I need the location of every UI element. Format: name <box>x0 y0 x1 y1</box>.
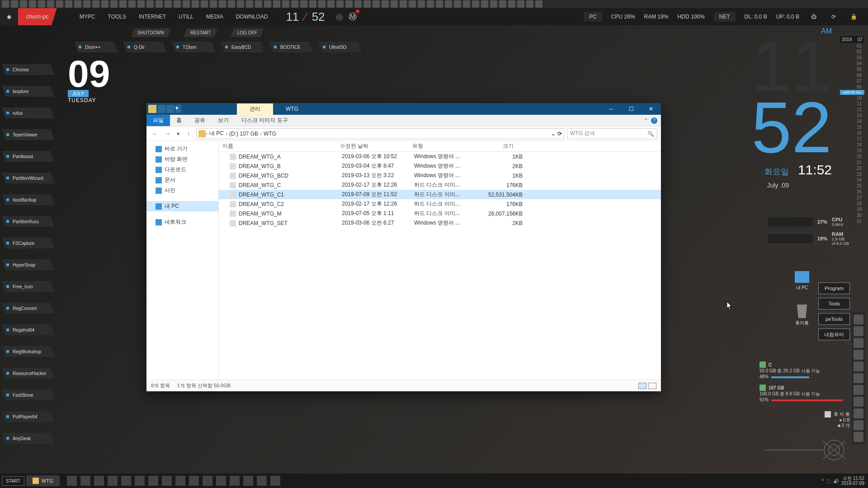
quicklaunch-icon[interactable] <box>101 0 108 8</box>
cal-day[interactable]: 12 <box>840 107 864 113</box>
pinned-app-icon[interactable] <box>270 476 280 486</box>
quicklaunch-icon[interactable] <box>472 0 479 8</box>
shortcut-Tools[interactable]: Tools <box>818 298 850 310</box>
ribbon-home[interactable]: 홈 <box>170 115 188 126</box>
appbar-icon[interactable] <box>854 338 863 348</box>
launcher-anydesk[interactable]: AnyDesk <box>2 433 54 444</box>
pinned-app-icon[interactable] <box>94 476 104 486</box>
pinned-app-icon[interactable] <box>216 476 226 486</box>
history-dropdown[interactable]: ▾ <box>175 129 181 139</box>
crumb-this-pc[interactable]: 내 PC <box>208 130 226 137</box>
quicklaunch-icon[interactable] <box>463 0 470 8</box>
cal-day[interactable]: 02 <box>840 49 864 55</box>
cal-day[interactable]: 06 <box>840 72 864 78</box>
quicklaunch-icon[interactable] <box>210 0 217 8</box>
tree-node[interactable]: 문서 <box>146 175 218 185</box>
cal-day[interactable]: 22 <box>840 165 864 171</box>
tray-chevron-icon[interactable]: ^ <box>821 479 824 483</box>
qat-dropdown-icon[interactable]: ▾ <box>175 105 181 113</box>
qat-icon[interactable] <box>157 105 165 113</box>
launcher-partassist[interactable]: PartAssist <box>2 151 54 162</box>
ribbon-view[interactable]: 보기 <box>212 115 235 126</box>
appbar-icon[interactable] <box>854 361 863 371</box>
quicklaunch-icon[interactable] <box>382 0 389 8</box>
pinned-app-icon[interactable] <box>148 476 158 486</box>
quicklaunch-icon[interactable] <box>391 0 398 8</box>
quicklaunch-icon[interactable] <box>110 0 118 8</box>
launcher-resourcehacker[interactable]: ResourceHacker <box>2 368 54 379</box>
menu-internet[interactable]: INTERNET <box>139 14 166 20</box>
tray-clock[interactable]: 오전 11:52 2019-07-09 <box>841 476 864 486</box>
cal-day[interactable]: 14 <box>840 118 864 124</box>
quicklaunch-icon[interactable] <box>92 0 99 8</box>
appbar-icon[interactable] <box>854 314 863 324</box>
lock-icon[interactable]: 🔒 <box>848 11 859 22</box>
launcher-partitionwizard[interactable]: PartitionWizard <box>2 173 54 183</box>
menu-download[interactable]: DOWNLOAD <box>236 14 268 20</box>
shortcut-Program[interactable]: Program <box>818 282 850 294</box>
launcher-fscapture[interactable]: FSCapture <box>2 238 54 249</box>
quicklaunch-icon[interactable] <box>201 0 208 8</box>
quicklaunch-icon[interactable] <box>499 0 506 8</box>
ribbon-file[interactable]: 파일 <box>146 115 170 126</box>
back-button[interactable]: ← <box>150 129 160 139</box>
file-row[interactable]: DREAM_WTG_C22019-02-17 오후 12:26하드 디스크 이미… <box>219 199 661 209</box>
quicklaunch-icon[interactable] <box>38 0 45 8</box>
pinned-app-icon[interactable] <box>67 476 77 486</box>
cal-day[interactable]: 15 <box>840 124 864 130</box>
quicklaunch-icon[interactable] <box>65 0 72 8</box>
address-bar[interactable]: › 내 PC › (D:) 107 GB › WTG ⌄ ⟳ <box>196 128 564 139</box>
cal-day[interactable]: 24 <box>840 177 864 183</box>
quicklaunch-icon[interactable] <box>273 0 280 8</box>
view-icons-icon[interactable] <box>648 383 656 389</box>
cal-day[interactable]: 18 <box>840 142 864 148</box>
file-row[interactable]: DREAM_WTG_BCD2019-03-13 오전 3:22Windows 명… <box>219 171 661 180</box>
view-details-icon[interactable] <box>638 383 646 389</box>
launcher-isoobackup[interactable]: IsooBackup <box>2 194 54 205</box>
ribbon-share[interactable]: 공유 <box>188 115 212 126</box>
quicklaunch-icon[interactable] <box>237 0 244 8</box>
help-icon[interactable]: ? <box>651 117 657 124</box>
launcher-hypersnap[interactable]: HyperSnap <box>2 259 54 270</box>
quicklaunch-icon[interactable] <box>83 0 90 8</box>
cal-day[interactable]: 29 <box>840 206 864 212</box>
folder-icon[interactable] <box>148 105 156 113</box>
cal-day[interactable]: 01 <box>840 43 864 49</box>
cal-day[interactable]: 25 <box>840 183 864 189</box>
cal-day[interactable]: 27 <box>840 195 864 201</box>
tree-node[interactable]: 네트워크 <box>146 217 218 227</box>
cal-day[interactable]: 16 <box>840 130 864 136</box>
refresh-icon[interactable]: ⟳ <box>557 131 562 137</box>
quicklaunch-icon[interactable] <box>327 0 335 8</box>
quicklaunch-icon[interactable] <box>481 0 488 8</box>
desktop-icon-recycle-bin[interactable]: 휴지통 <box>795 305 809 326</box>
menu-tools[interactable]: TOOLS <box>108 14 126 20</box>
quicklaunch-icon[interactable] <box>2 0 9 8</box>
file-row[interactable]: DREAM_WTG_C2019-02-17 오후 12:26하드 디스크 이미.… <box>219 180 661 190</box>
restart-button[interactable]: RESTART <box>184 28 217 37</box>
quicklaunch-icon[interactable] <box>282 0 289 8</box>
quicklaunch-icon[interactable] <box>192 0 199 8</box>
quicklaunch-icon[interactable] <box>119 0 127 8</box>
quicklaunch-icon[interactable] <box>517 0 524 8</box>
launcher-rufus[interactable]: rufus <box>2 108 54 118</box>
quicklaunch-icon[interactable] <box>137 0 145 8</box>
shutdown-button[interactable]: SHUTDOWN <box>131 28 170 37</box>
quicklaunch-icon[interactable] <box>47 0 54 8</box>
launcher-chrome[interactable]: Chrome <box>2 64 54 75</box>
col-size[interactable]: 크기 <box>463 142 517 150</box>
pinned-app-icon[interactable] <box>121 476 131 486</box>
quicklaunch-icon[interactable] <box>354 0 362 8</box>
qat-icon[interactable] <box>166 105 175 113</box>
ribbon-collapse-icon[interactable]: ⌃ <box>644 117 648 124</box>
cal-day[interactable]: 11 <box>840 101 864 107</box>
col-type[interactable]: 유형 <box>409 142 463 150</box>
quicklaunch-icon[interactable] <box>228 0 235 8</box>
pinned-app-icon[interactable] <box>243 476 253 486</box>
cal-day[interactable]: 17 <box>840 136 864 142</box>
menu-media[interactable]: MEDIA <box>206 14 223 20</box>
search-icon[interactable]: 🔍 <box>647 131 654 137</box>
maximize-button[interactable]: ☐ <box>621 103 641 115</box>
launcher-free_icon[interactable]: Free_Icon <box>2 281 54 292</box>
file-row[interactable]: DREAM_WTG_A2019-03-06 오후 10:52Windows 명령… <box>219 152 661 161</box>
